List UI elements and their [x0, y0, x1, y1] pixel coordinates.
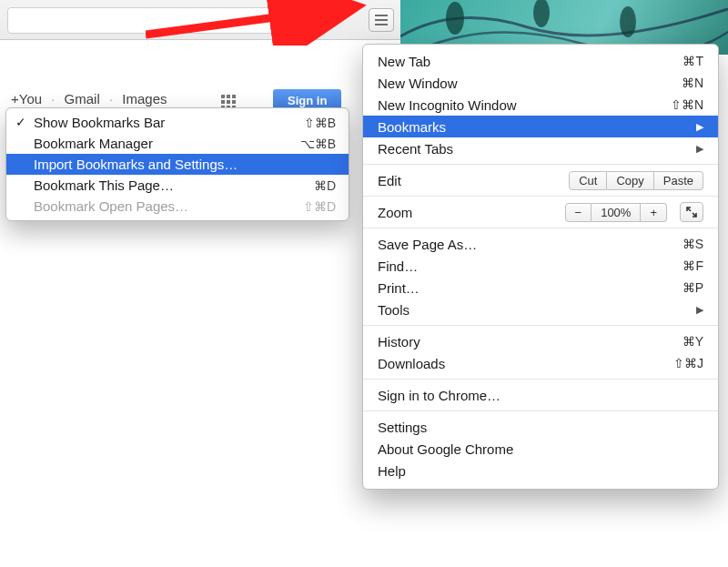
menu-item-shortcut: ⇧⌘J: [673, 356, 703, 370]
menu-item-shortcut: ⌘F: [682, 258, 703, 273]
menu-item-shortcut: ⌘D: [314, 178, 336, 193]
nav-link-you[interactable]: +You: [11, 91, 42, 106]
menu-separator: [363, 164, 718, 165]
menu-item-label: Bookmark Manager: [34, 136, 153, 151]
svg-point-1: [533, 0, 550, 27]
menu-item-tools[interactable]: Tools ▶: [363, 299, 718, 320]
menu-item-new-tab[interactable]: New Tab ⌘T: [363, 50, 718, 72]
menu-item-label: New Incognito Window: [378, 97, 517, 113]
svg-rect-9: [232, 100, 236, 104]
menu-item-bookmark-manager[interactable]: Bookmark Manager ⌥⌘B: [6, 133, 349, 154]
omnibox[interactable]: [7, 7, 298, 34]
svg-rect-6: [232, 95, 236, 98]
submenu-arrow-icon: ▶: [696, 304, 703, 316]
toolbar: [0, 0, 400, 40]
bookmarks-submenu: ✓ Show Bookmarks Bar ⇧⌘B Bookmark Manage…: [5, 107, 349, 221]
menu-item-label: Edit: [378, 173, 401, 188]
menu-item-label: Bookmark This Page…: [34, 177, 174, 193]
separator: ·: [51, 91, 55, 106]
menu-item-bookmark-open-pages: Bookmark Open Pages… ⇧⌘D: [6, 196, 349, 217]
menu-item-find[interactable]: Find… ⌘F: [363, 255, 718, 277]
fullscreen-button[interactable]: [680, 202, 703, 222]
svg-rect-8: [227, 100, 230, 104]
menu-item-label: Bookmarks: [378, 119, 446, 135]
menu-item-label: Import Bookmarks and Settings…: [34, 157, 238, 172]
submenu-arrow-icon: ▶: [696, 121, 703, 133]
nav-link-images[interactable]: Images: [122, 91, 167, 106]
menu-item-shortcut: ⇧⌘N: [671, 97, 703, 112]
menu-item-label: About Google Chrome: [378, 441, 513, 457]
menu-item-shortcut: ⌘S: [682, 237, 703, 251]
zoom-stepper: − 100% +: [565, 203, 667, 222]
chrome-menu-button[interactable]: [369, 8, 394, 32]
menu-item-label: Show Bookmarks Bar: [34, 115, 165, 130]
check-icon: ✓: [15, 115, 26, 129]
menu-item-shortcut: ⌘T: [682, 54, 703, 68]
menu-item-recent-tabs[interactable]: Recent Tabs ▶: [363, 137, 718, 159]
copy-button[interactable]: Copy: [607, 171, 653, 190]
menu-item-label: History: [378, 334, 420, 349]
menu-item-help[interactable]: Help: [363, 460, 718, 481]
menu-item-bookmarks[interactable]: Bookmarks ▶: [363, 116, 718, 137]
cut-button[interactable]: Cut: [569, 171, 607, 190]
menu-item-label: Save Page As…: [378, 237, 477, 252]
zoom-in-button[interactable]: +: [641, 203, 667, 222]
svg-rect-4: [221, 95, 225, 98]
menu-item-about[interactable]: About Google Chrome: [363, 438, 718, 460]
menu-item-label: Zoom: [378, 205, 412, 220]
menu-separator: [363, 325, 718, 326]
menu-item-label: Sign in to Chrome…: [378, 388, 500, 403]
menu-item-history[interactable]: History ⌘Y: [363, 330, 718, 352]
menu-item-zoom: Zoom − 100% +: [363, 201, 718, 223]
zoom-out-button[interactable]: −: [565, 203, 592, 222]
nav-link-gmail[interactable]: Gmail: [65, 91, 100, 106]
svg-rect-5: [227, 95, 230, 98]
star-icon[interactable]: [276, 13, 292, 29]
menu-item-sign-in-chrome[interactable]: Sign in to Chrome…: [363, 384, 718, 406]
menu-item-print[interactable]: Print… ⌘P: [363, 277, 718, 299]
menu-item-label: Tools: [378, 302, 410, 318]
menu-item-downloads[interactable]: Downloads ⇧⌘J: [363, 352, 718, 374]
menu-item-save-as[interactable]: Save Page As… ⌘S: [363, 233, 718, 255]
menu-item-new-incognito[interactable]: New Incognito Window ⇧⌘N: [363, 94, 718, 116]
paste-button[interactable]: Paste: [654, 171, 703, 190]
svg-point-0: [446, 2, 464, 35]
menu-item-show-bookmarks-bar[interactable]: ✓ Show Bookmarks Bar ⇧⌘B: [6, 112, 349, 133]
menu-separator: [363, 410, 718, 411]
submenu-arrow-icon: ▶: [696, 143, 703, 155]
fullscreen-icon: [686, 207, 697, 218]
menu-separator: [363, 228, 718, 228]
menu-item-edit: Edit Cut Copy Paste: [363, 169, 718, 191]
menu-item-shortcut: ⌥⌘B: [300, 137, 336, 151]
menu-item-label: Bookmark Open Pages…: [34, 198, 188, 214]
menu-item-label: Find…: [378, 258, 418, 274]
svg-rect-7: [221, 100, 225, 104]
menu-item-label: Recent Tabs: [378, 141, 453, 157]
menu-separator: [363, 196, 718, 197]
menu-separator: [363, 379, 718, 380]
menu-item-label: Settings: [378, 420, 427, 435]
menu-item-shortcut: ⇧⌘D: [303, 199, 336, 214]
chrome-main-menu: New Tab ⌘T New Window ⌘N New Incognito W…: [362, 44, 719, 490]
menu-item-label: New Tab: [378, 54, 430, 69]
menu-item-label: Downloads: [378, 356, 445, 371]
menu-item-shortcut: ⌘N: [682, 76, 703, 90]
menu-item-label: Print…: [378, 280, 420, 296]
menu-item-new-window[interactable]: New Window ⌘N: [363, 72, 718, 94]
zoom-level: 100%: [592, 203, 641, 222]
menu-item-settings[interactable]: Settings: [363, 416, 718, 438]
menu-item-import-bookmarks[interactable]: Import Bookmarks and Settings…: [6, 154, 349, 175]
svg-point-2: [620, 6, 636, 37]
menu-item-shortcut: ⌘Y: [682, 334, 703, 349]
edit-button-group: Cut Copy Paste: [569, 171, 703, 190]
menu-item-shortcut: ⇧⌘B: [304, 116, 336, 130]
menu-item-label: New Window: [378, 76, 458, 91]
menu-item-label: Help: [378, 463, 406, 479]
menu-item-bookmark-this-page[interactable]: Bookmark This Page… ⌘D: [6, 175, 349, 196]
menu-item-shortcut: ⌘P: [682, 280, 703, 295]
separator: ·: [109, 91, 113, 106]
